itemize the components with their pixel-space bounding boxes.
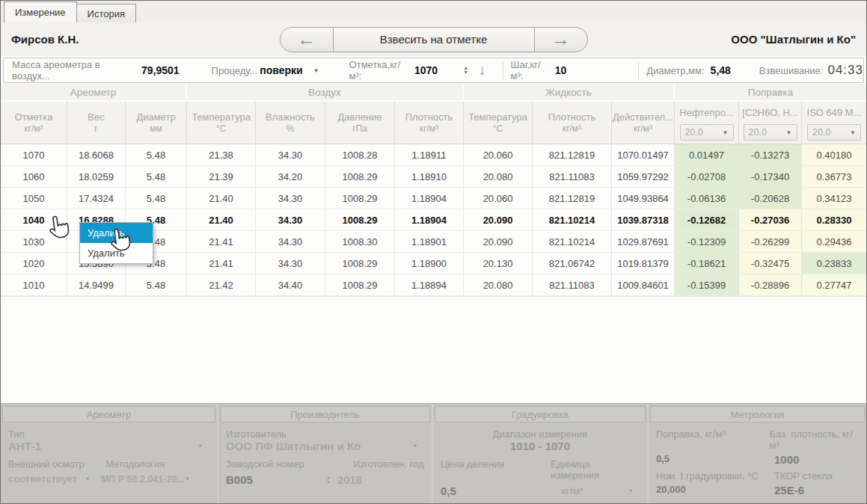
cell[interactable]: 18.6068 — [67, 144, 126, 166]
cell[interactable]: 1060 — [1, 166, 67, 188]
correction-cell[interactable]: -0.17340 — [739, 166, 802, 188]
correction-cell[interactable]: -0.15399 — [675, 274, 739, 296]
correction-cell[interactable]: 0.36773 — [802, 166, 866, 188]
base-density-value[interactable]: 1000 — [774, 453, 799, 466]
cell[interactable]: 21.41 — [187, 231, 256, 253]
chevron-down-icon[interactable]: ▼ — [185, 476, 191, 482]
correction-cell[interactable]: 0.01497 — [675, 144, 739, 166]
table-row[interactable]: 105017.43245.4821.4034.301008.291.189042… — [1, 188, 866, 209]
correction-cell[interactable]: -0.18621 — [675, 253, 739, 274]
cell[interactable]: 821.10214 — [533, 231, 612, 253]
correction-cell[interactable]: 0.34123 — [802, 188, 866, 209]
cell[interactable]: 1049.93864 — [612, 188, 675, 209]
tab-measurement[interactable]: Измерение — [4, 1, 77, 22]
cell[interactable]: 34.40 — [256, 274, 325, 296]
cell[interactable]: 1009.84601 — [612, 274, 675, 296]
correction-cell[interactable]: -0.13273 — [739, 144, 802, 166]
correction-cell[interactable]: -0.12309 — [675, 231, 739, 253]
correction-cell[interactable]: -0.20628 — [739, 188, 802, 209]
cell[interactable]: 21.40 — [187, 209, 256, 231]
cell[interactable]: 14.9499 — [67, 274, 126, 296]
cell[interactable]: 34.30 — [256, 231, 325, 253]
chevron-down-icon[interactable]: ▼ — [85, 476, 91, 482]
previous-mark-button[interactable]: ← — [280, 27, 334, 52]
correction-cell[interactable]: -0.06136 — [675, 188, 739, 209]
year-value[interactable]: 2018 — [337, 473, 362, 486]
cell[interactable]: 1008.29 — [325, 274, 395, 296]
cell[interactable]: 821.11083 — [533, 166, 612, 188]
correction-cell[interactable]: 0.27747 — [802, 274, 866, 296]
unit-value-dropdown[interactable]: кг/м³ — [561, 485, 583, 497]
cell[interactable]: 5.48 — [126, 274, 187, 296]
correction-cell[interactable]: 0.29436 — [802, 231, 866, 253]
move-down-icon[interactable]: ↓ — [479, 62, 486, 79]
cell[interactable]: 1.18901 — [395, 231, 464, 253]
cell[interactable]: 821.12819 — [533, 144, 612, 166]
cell[interactable]: 821.06742 — [533, 253, 612, 274]
cell[interactable]: 18.0259 — [67, 166, 126, 188]
mark-value[interactable]: 1070 — [414, 64, 438, 76]
correction-cell[interactable]: -0.26299 — [739, 231, 802, 253]
cell[interactable]: 34.30 — [256, 209, 325, 231]
cell[interactable]: 1008.29 — [325, 209, 395, 231]
petroleum-temp-dropdown[interactable]: 20.0 ▼ — [680, 124, 734, 141]
mark-spinner[interactable]: ▲ ▼ — [463, 66, 468, 75]
tkor-value[interactable]: 25E-6 — [774, 484, 804, 497]
type-value-dropdown[interactable]: АНТ-1 — [8, 440, 41, 452]
procedure-caret-icon[interactable]: ▼ — [313, 67, 319, 74]
chevron-down-icon[interactable]: ▼ — [197, 443, 203, 449]
correction-cell[interactable]: -0.27036 — [739, 209, 802, 231]
cell[interactable]: 34.30 — [256, 144, 325, 166]
table-row[interactable]: 101014.94995.4821.4234.401008.291.188942… — [1, 274, 866, 296]
cell[interactable]: 5.48 — [126, 144, 187, 166]
cell[interactable]: 1039.87318 — [612, 209, 675, 231]
correction-cell[interactable]: -0.32475 — [739, 253, 802, 274]
cell[interactable]: 1020 — [1, 253, 67, 274]
cell[interactable]: 1008.28 — [325, 144, 395, 166]
cell[interactable]: 20.080 — [464, 166, 533, 188]
cell[interactable]: 1.18904 — [395, 188, 464, 209]
cell[interactable]: 1008.29 — [325, 166, 395, 188]
ethanol-temp-dropdown[interactable]: 20.0 ▼ — [744, 124, 797, 141]
correction-cell[interactable]: 0.28330 — [802, 209, 866, 231]
iso649-temp-dropdown[interactable]: 20.0 ▼ — [807, 124, 861, 141]
correction-cell[interactable]: 0.23833 — [802, 253, 866, 274]
cell[interactable]: 34.20 — [256, 166, 325, 188]
cell[interactable]: 1010 — [1, 274, 67, 296]
cell[interactable]: 1008.30 — [325, 231, 395, 253]
chevron-down-icon[interactable]: ▼ — [628, 488, 634, 494]
cell[interactable]: 34.30 — [256, 188, 325, 209]
table-row[interactable]: 106018.02595.4821.3934.201008.291.189102… — [1, 166, 866, 188]
cell[interactable]: 1.18904 — [395, 209, 464, 231]
cell[interactable]: 5.48 — [126, 188, 187, 209]
table-row[interactable]: 107018.60685.4821.3834.301008.281.189112… — [1, 144, 866, 166]
correction-value[interactable]: 0,5 — [656, 453, 774, 466]
cell[interactable]: 821.11083 — [533, 274, 612, 296]
cell[interactable]: 821.10214 — [533, 209, 612, 231]
cell[interactable]: 1050 — [1, 188, 67, 209]
spin-down-icon[interactable]: ▼ — [463, 70, 468, 75]
cell[interactable]: 20.130 — [464, 253, 533, 274]
cell[interactable]: 17.4324 — [67, 188, 126, 209]
manufacturer-value-dropdown[interactable]: ООО ПФ Шатлыгин и Ко — [226, 440, 361, 452]
weigh-at-mark-button[interactable]: Взвесить на отметке — [334, 27, 534, 52]
year-spinner[interactable]: ▲▼ — [326, 476, 331, 485]
cell[interactable]: 20.060 — [464, 144, 533, 166]
cell[interactable]: 20.090 — [464, 209, 533, 231]
tab-history[interactable]: История — [76, 4, 136, 22]
cell[interactable]: 21.42 — [187, 274, 256, 296]
nominal-t-value[interactable]: 20,000 — [656, 484, 774, 497]
inspection-value-dropdown[interactable]: соответствует — [8, 473, 77, 485]
cell[interactable]: 1.18910 — [395, 166, 464, 188]
cell[interactable]: 5.48 — [126, 166, 187, 188]
cell[interactable]: 20.080 — [464, 274, 533, 296]
cell[interactable]: 1059.97292 — [612, 166, 675, 188]
cell[interactable]: 20.060 — [464, 188, 533, 209]
cell[interactable]: 1008.29 — [325, 253, 395, 274]
correction-cell[interactable]: -0.28896 — [739, 274, 802, 296]
correction-cell[interactable]: -0.02708 — [675, 166, 739, 188]
cell[interactable]: 1.18911 — [395, 144, 464, 166]
cell[interactable]: 1.18894 — [395, 274, 464, 296]
next-mark-button[interactable]: → — [534, 27, 588, 52]
cell[interactable]: 1070.01497 — [612, 144, 675, 166]
